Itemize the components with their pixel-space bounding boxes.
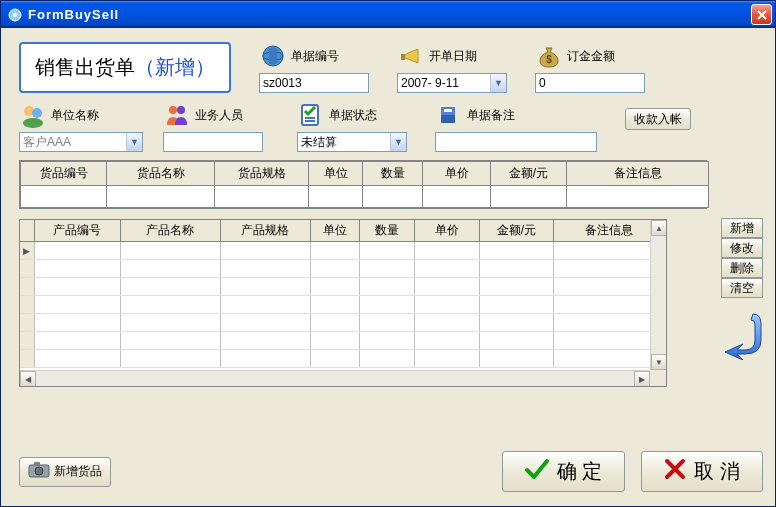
status-label: 单据状态 bbox=[329, 107, 377, 124]
col-header: 单位 bbox=[309, 162, 363, 186]
add-goods-button[interactable]: 新增货品 bbox=[19, 457, 111, 487]
col-header: 数量 bbox=[363, 162, 423, 186]
company-label: 单位名称 bbox=[51, 107, 99, 124]
grid-row[interactable] bbox=[20, 260, 666, 278]
col-header: 金额/元 bbox=[491, 162, 567, 186]
entry-row[interactable] bbox=[21, 186, 709, 208]
col-header[interactable]: 金额/元 bbox=[480, 220, 554, 242]
form-title-mode: （新增） bbox=[135, 56, 215, 78]
scrollbar-vertical[interactable]: ▲ ▼ bbox=[650, 220, 666, 370]
window: FormBuySell 销售出货单（新增） 单据编号 bbox=[0, 0, 776, 507]
cancel-label: 取 消 bbox=[694, 458, 740, 485]
col-header[interactable]: 数量 bbox=[359, 220, 414, 242]
col-header: 单价 bbox=[423, 162, 491, 186]
scroll-right-icon[interactable]: ▶ bbox=[634, 371, 650, 387]
svg-point-9 bbox=[23, 118, 43, 128]
scroll-down-icon[interactable]: ▼ bbox=[651, 354, 667, 370]
svg-point-19 bbox=[35, 467, 43, 475]
camera-icon bbox=[28, 461, 50, 482]
col-header[interactable]: 单位 bbox=[310, 220, 359, 242]
window-title: FormBuySell bbox=[28, 7, 751, 22]
grid-header: 产品编号 产品名称 产品规格 单位 数量 单价 金额/元 备注信息 bbox=[20, 220, 666, 242]
side-clear-button[interactable]: 清空 bbox=[721, 278, 763, 298]
svg-rect-20 bbox=[34, 462, 40, 466]
ok-label: 确 定 bbox=[557, 458, 603, 485]
titlebar[interactable]: FormBuySell bbox=[1, 1, 775, 28]
grid-row[interactable] bbox=[20, 350, 666, 368]
close-button[interactable] bbox=[751, 4, 772, 25]
scrollbar-horizontal[interactable]: ◀ ▶ bbox=[20, 370, 666, 386]
col-header[interactable]: 单价 bbox=[414, 220, 479, 242]
staff-input[interactable] bbox=[163, 132, 263, 152]
add-goods-label: 新增货品 bbox=[54, 463, 102, 480]
form-title-text: 销售出货单 bbox=[35, 56, 135, 78]
data-grid[interactable]: 产品编号 产品名称 产品规格 单位 数量 单价 金额/元 备注信息 ▶ ▲ bbox=[19, 219, 667, 387]
side-edit-button[interactable]: 修改 bbox=[721, 238, 763, 258]
scroll-up-icon[interactable]: ▲ bbox=[651, 220, 667, 236]
grid-row[interactable]: ▶ bbox=[20, 242, 666, 260]
svg-rect-16 bbox=[441, 115, 455, 123]
side-delete-button[interactable]: 删除 bbox=[721, 258, 763, 278]
grid-row[interactable] bbox=[20, 314, 666, 332]
checklist-icon bbox=[297, 101, 325, 129]
open-date-label: 开单日期 bbox=[429, 48, 477, 65]
check-icon bbox=[525, 458, 549, 485]
svg-rect-5 bbox=[401, 54, 405, 60]
remark-label: 单据备注 bbox=[467, 107, 515, 124]
open-date-input[interactable] bbox=[397, 73, 507, 93]
company-input[interactable] bbox=[19, 132, 143, 152]
deposit-input[interactable] bbox=[535, 73, 645, 93]
remark-input[interactable] bbox=[435, 132, 597, 152]
staff-icon bbox=[163, 101, 191, 129]
svg-rect-17 bbox=[444, 109, 452, 112]
svg-point-1 bbox=[13, 13, 17, 17]
form-title: 销售出货单（新增） bbox=[19, 42, 231, 93]
col-header[interactable]: 备注信息 bbox=[553, 220, 665, 242]
entry-table-header: 货品编号 货品名称 货品规格 单位 数量 单价 金额/元 备注信息 bbox=[21, 162, 709, 186]
ok-button[interactable]: 确 定 bbox=[502, 451, 626, 492]
globe-icon bbox=[259, 42, 287, 70]
col-header: 备注信息 bbox=[567, 162, 709, 186]
cancel-button[interactable]: 取 消 bbox=[641, 451, 763, 492]
grid-row[interactable] bbox=[20, 296, 666, 314]
svg-point-11 bbox=[177, 106, 185, 114]
people-icon bbox=[19, 101, 47, 129]
grid-row[interactable] bbox=[20, 332, 666, 350]
status-input[interactable] bbox=[297, 132, 407, 152]
cross-icon bbox=[664, 458, 686, 485]
scroll-left-icon[interactable]: ◀ bbox=[20, 371, 36, 387]
svg-point-10 bbox=[169, 106, 177, 114]
refresh-arrow-icon bbox=[723, 310, 765, 360]
client-area: 销售出货单（新增） 单据编号 开单日期 bbox=[1, 28, 775, 506]
col-header: 货品编号 bbox=[21, 162, 107, 186]
svg-point-8 bbox=[32, 108, 42, 118]
doc-no-label: 单据编号 bbox=[291, 48, 339, 65]
folder-icon bbox=[435, 101, 463, 129]
svg-text:$: $ bbox=[546, 54, 552, 65]
side-buttons: 新增 修改 删除 清空 bbox=[721, 218, 763, 298]
receive-button[interactable]: 收款入帐 bbox=[625, 108, 691, 130]
megaphone-icon bbox=[397, 42, 425, 70]
col-header[interactable]: 产品名称 bbox=[120, 220, 220, 242]
entry-table: 货品编号 货品名称 货品规格 单位 数量 单价 金额/元 备注信息 bbox=[19, 160, 707, 209]
money-bag-icon: $ bbox=[535, 42, 563, 70]
col-header[interactable]: 产品编号 bbox=[34, 220, 120, 242]
grid-row[interactable] bbox=[20, 278, 666, 296]
side-add-button[interactable]: 新增 bbox=[721, 218, 763, 238]
deposit-label: 订金金额 bbox=[567, 48, 615, 65]
doc-no-input[interactable] bbox=[259, 73, 369, 93]
col-header: 货品名称 bbox=[107, 162, 215, 186]
app-icon bbox=[7, 7, 23, 23]
col-header: 货品规格 bbox=[215, 162, 309, 186]
staff-label: 业务人员 bbox=[195, 107, 243, 124]
col-header[interactable]: 产品规格 bbox=[220, 220, 310, 242]
